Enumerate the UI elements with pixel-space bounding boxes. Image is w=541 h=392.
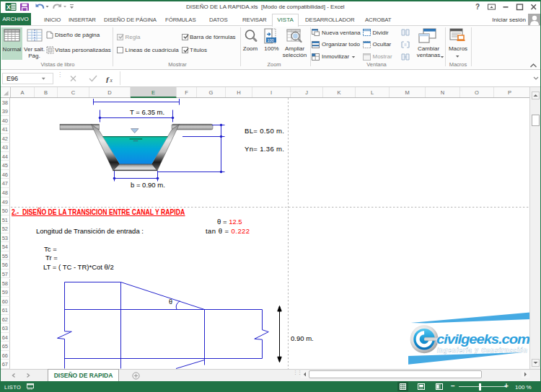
svg-text:f: f (106, 75, 110, 84)
svg-text:100: 100 (268, 38, 274, 43)
svg-text:?: ? (475, 3, 480, 11)
svg-text:X: X (6, 4, 11, 11)
svg-text:x: x (110, 77, 113, 84)
